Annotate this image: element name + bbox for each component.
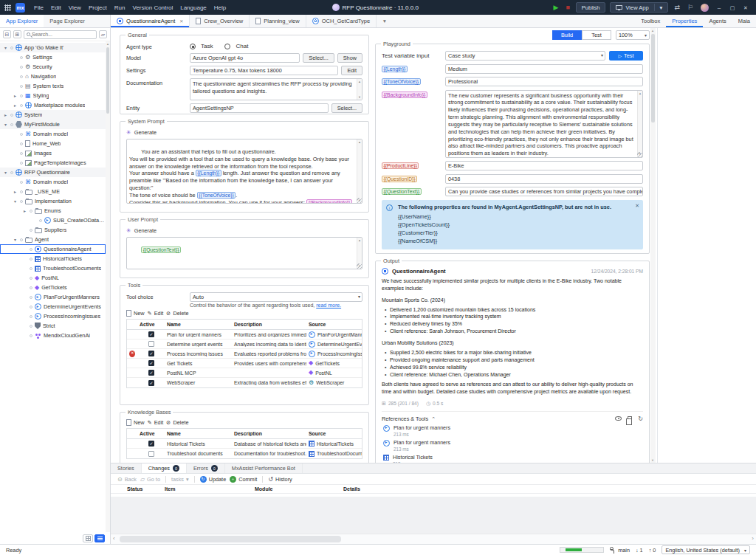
panel-tab-toolbox[interactable]: Toolbox (635, 15, 666, 27)
menu-item-version-control[interactable]: Version Control (128, 4, 176, 11)
delete-button[interactable]: ⊘Delete (166, 419, 188, 426)
playground-input[interactable]: Professional (445, 77, 643, 86)
active-checkbox[interactable] (148, 351, 154, 356)
view-app-caret-icon[interactable] (660, 4, 663, 11)
close-tab-icon[interactable] (178, 18, 183, 24)
tree-item[interactable]: SUB_CreateODataString (0, 216, 106, 225)
settings-edit-button[interactable]: Edit (341, 66, 362, 75)
app-launcher-icon[interactable] (4, 4, 11, 11)
language-select[interactable]: English, United States (default) (662, 545, 750, 554)
tree-item[interactable]: GetTickets (0, 283, 106, 292)
resize-grip[interactable] (357, 263, 362, 269)
model-show-button[interactable]: Show (337, 53, 362, 63)
tree-item[interactable]: ▾RFP Questionnaire (0, 168, 106, 177)
tab-overflow-icon[interactable] (379, 15, 390, 27)
task-radio[interactable] (190, 44, 196, 49)
tree-item[interactable]: ProcessIncomingIssues (0, 311, 106, 321)
playground-input[interactable]: 0438 (445, 174, 643, 184)
active-checkbox[interactable] (148, 341, 154, 347)
tree-item[interactable]: Home_Web (0, 139, 106, 148)
tree-item[interactable]: Domain model (0, 177, 106, 187)
playground-input[interactable]: Medium (445, 64, 643, 74)
tree-item[interactable]: QuestionnaireAgent (0, 244, 106, 254)
tree-item[interactable]: ▾Implementation (0, 196, 106, 206)
system-prompt-textarea[interactable]: You are an assistant that helps to fill … (126, 139, 362, 204)
delete-button[interactable]: ⊘Delete (166, 310, 188, 317)
outgoing-commits[interactable]: ↑0 (649, 547, 656, 554)
tree-item[interactable]: PlanForUrgentManners (0, 292, 106, 302)
entity-select-button[interactable]: Select... (331, 103, 362, 113)
document-tab[interactable]: Planning_view (250, 15, 306, 27)
panel-tab-maia[interactable]: Maia (732, 15, 756, 27)
document-tab[interactable]: OCH_GetCardType (306, 15, 377, 27)
tree-item[interactable]: Domain model (0, 129, 106, 139)
sidebar-scrollbar[interactable] (106, 41, 110, 532)
new-button[interactable]: New (126, 419, 145, 426)
eye-icon[interactable] (615, 416, 622, 421)
menu-item-help[interactable]: Help (210, 4, 230, 11)
stop-icon[interactable]: ■ (563, 4, 572, 11)
test-toggle-button[interactable]: Test (582, 30, 611, 40)
tree-item[interactable]: ▾App 'Go Make It' (0, 43, 106, 52)
scrollbar[interactable] (357, 79, 362, 100)
explorer-tab[interactable]: Page Explorer (44, 15, 91, 27)
tree-item[interactable]: Navigation (0, 72, 106, 81)
menu-item-edit[interactable]: Edit (47, 4, 65, 11)
tool-choice-select[interactable]: Auto (190, 292, 362, 302)
zoom-select[interactable]: 100% (616, 30, 650, 40)
edit-button[interactable]: ✎Edit (148, 419, 164, 426)
history-button[interactable]: History (268, 476, 292, 483)
announcements-icon[interactable] (684, 4, 696, 11)
tree-item[interactable]: System texts (0, 81, 106, 91)
build-toggle-button[interactable]: Build (552, 30, 582, 40)
chevron-closed-icon[interactable]: ▸ (13, 103, 18, 108)
reference-item[interactable]: Plan for urgent manners213 ms (383, 425, 643, 437)
active-checkbox[interactable] (148, 441, 154, 447)
tree-item[interactable]: DetermineUrgentEvents (0, 302, 106, 311)
go-to-button[interactable]: Go to (140, 476, 160, 483)
document-tab[interactable]: QuestionnaireAgent (111, 15, 190, 27)
document-tab[interactable]: Crew_Overview (190, 15, 250, 27)
collapse-all-icon[interactable]: ⊟ (3, 30, 11, 38)
dock-tab-mxassist-performance-bot[interactable]: MxAssist Performance Bot (225, 463, 303, 473)
tree-item[interactable]: MendixCloudGenAi (0, 331, 106, 340)
expand-all-icon[interactable]: ⊞ (13, 30, 21, 38)
documentation-textarea[interactable]: The questionnaire agent streamlines the … (190, 78, 362, 100)
panel-tab-properties[interactable]: Properties (666, 15, 703, 27)
menu-item-language[interactable]: Language (176, 4, 210, 11)
tree-item[interactable]: Images (0, 148, 106, 158)
maximize-button[interactable] (726, 4, 738, 11)
dock-tab-stories[interactable]: Stories (111, 463, 142, 473)
layout-grid-button[interactable] (83, 534, 93, 542)
table-row[interactable]: Historical TicketsDatabase of historical… (127, 439, 362, 449)
generate-button[interactable]: Generate (126, 227, 362, 234)
test-variable-select[interactable]: Case study (445, 51, 605, 61)
publish-button[interactable]: Publish (576, 2, 606, 13)
chevron-closed-icon[interactable]: ▸ (13, 189, 18, 194)
tree-item[interactable]: Strict (0, 321, 106, 331)
tree-item[interactable]: ▸_USE_ME (0, 187, 106, 196)
tree-item[interactable]: Suppliers (0, 225, 106, 235)
tasks-button[interactable]: tasks (171, 476, 189, 483)
menu-item-run[interactable]: Run (111, 4, 129, 11)
active-checkbox[interactable] (148, 360, 154, 366)
generate-button[interactable]: Generate (126, 129, 362, 136)
chevron-open-icon[interactable]: ▾ (3, 170, 8, 175)
playground-textarea[interactable]: The new customer represents a significan… (445, 90, 643, 158)
resize-grip[interactable] (637, 152, 642, 157)
update-button[interactable]: Update (200, 476, 227, 483)
incoming-commits[interactable]: ↓1 (636, 547, 643, 554)
model-select-button[interactable]: Select... (303, 53, 334, 63)
tree-item[interactable]: ▸System (0, 110, 106, 120)
tree-item[interactable]: ▸Styling (0, 91, 106, 100)
active-checkbox[interactable] (148, 331, 154, 337)
tree-item[interactable]: PostNL (0, 273, 106, 283)
table-row[interactable]: PostNL MCPPostNL (127, 368, 362, 378)
table-row[interactable]: Process incoming issuesEvaluates reporte… (127, 349, 362, 359)
close-button[interactable] (740, 4, 752, 11)
chevron-closed-icon[interactable]: ▸ (22, 208, 27, 213)
edit-button[interactable]: ✎Edit (148, 310, 164, 317)
menu-item-project[interactable]: Project (85, 4, 111, 11)
commit-button[interactable]: Commit (230, 476, 257, 483)
table-row[interactable]: Troubleshoot documentsDocumentation for … (127, 449, 362, 458)
